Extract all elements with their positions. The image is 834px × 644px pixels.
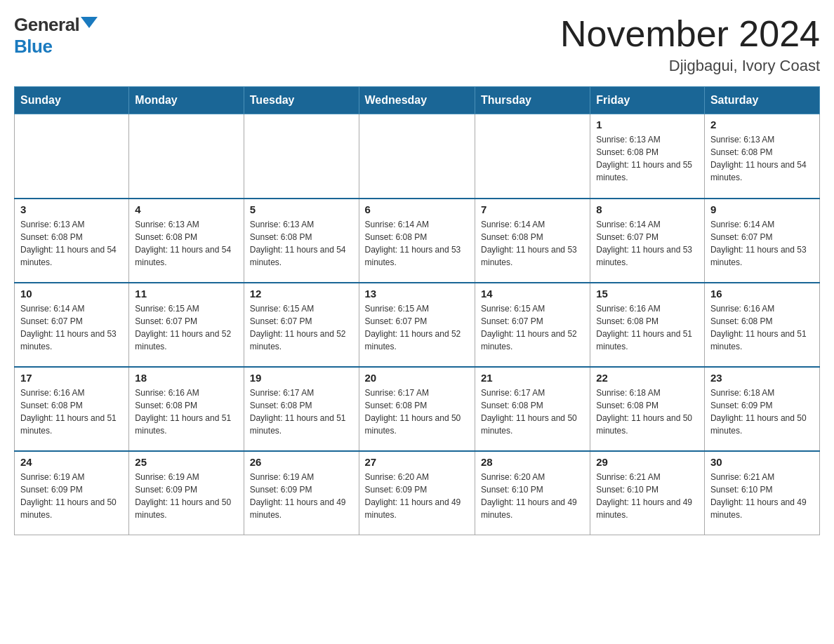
day-number: 27: [365, 456, 469, 468]
day-number: 28: [481, 456, 584, 468]
day-number: 23: [710, 372, 814, 384]
calendar-cell: 22Sunrise: 6:18 AMSunset: 6:08 PMDayligh…: [590, 367, 705, 451]
calendar-week-row: 17Sunrise: 6:16 AMSunset: 6:08 PMDayligh…: [15, 367, 820, 451]
day-info: Sunrise: 6:21 AMSunset: 6:10 PMDaylight:…: [596, 471, 699, 521]
day-number: 2: [710, 119, 814, 130]
calendar-week-row: 24Sunrise: 6:19 AMSunset: 6:09 PMDayligh…: [15, 451, 820, 535]
day-number: 1: [596, 119, 699, 130]
day-number: 4: [135, 203, 237, 215]
day-number: 24: [20, 456, 123, 468]
calendar-cell: 30Sunrise: 6:21 AMSunset: 6:10 PMDayligh…: [704, 451, 819, 535]
day-info: Sunrise: 6:14 AMSunset: 6:07 PMDaylight:…: [710, 218, 814, 269]
day-info: Sunrise: 6:15 AMSunset: 6:07 PMDaylight:…: [365, 302, 469, 353]
calendar-cell: 3Sunrise: 6:13 AMSunset: 6:08 PMDaylight…: [15, 199, 129, 283]
day-number: 22: [596, 372, 699, 384]
day-number: 30: [710, 456, 814, 468]
calendar-cell: 20Sunrise: 6:17 AMSunset: 6:08 PMDayligh…: [359, 367, 475, 451]
day-info: Sunrise: 6:17 AMSunset: 6:08 PMDaylight:…: [481, 387, 584, 437]
calendar-cell: 12Sunrise: 6:15 AMSunset: 6:07 PMDayligh…: [244, 283, 359, 367]
weekday-header-wednesday: Wednesday: [359, 87, 475, 114]
day-number: 9: [710, 203, 814, 215]
month-title: November 2024: [560, 14, 820, 54]
calendar-cell: 15Sunrise: 6:16 AMSunset: 6:08 PMDayligh…: [590, 283, 705, 367]
weekday-header-tuesday: Tuesday: [244, 87, 359, 114]
calendar-cell: 16Sunrise: 6:16 AMSunset: 6:08 PMDayligh…: [704, 283, 819, 367]
calendar-week-row: 1Sunrise: 6:13 AMSunset: 6:08 PMDaylight…: [15, 114, 820, 199]
logo-triangle-icon: [81, 17, 98, 28]
calendar-cell: 14Sunrise: 6:15 AMSunset: 6:07 PMDayligh…: [475, 283, 590, 367]
day-info: Sunrise: 6:14 AMSunset: 6:07 PMDaylight:…: [20, 302, 123, 353]
calendar-cell: 2Sunrise: 6:13 AMSunset: 6:08 PMDaylight…: [704, 114, 819, 199]
day-number: 16: [710, 288, 814, 300]
day-info: Sunrise: 6:15 AMSunset: 6:07 PMDaylight:…: [250, 302, 353, 353]
calendar-cell: 17Sunrise: 6:16 AMSunset: 6:08 PMDayligh…: [15, 367, 129, 451]
calendar-week-row: 10Sunrise: 6:14 AMSunset: 6:07 PMDayligh…: [15, 283, 820, 367]
day-info: Sunrise: 6:17 AMSunset: 6:08 PMDaylight:…: [250, 387, 353, 437]
day-number: 26: [250, 456, 353, 468]
calendar-cell: 6Sunrise: 6:14 AMSunset: 6:08 PMDaylight…: [359, 199, 475, 283]
day-number: 14: [481, 288, 584, 300]
day-number: 3: [20, 203, 123, 215]
day-info: Sunrise: 6:14 AMSunset: 6:08 PMDaylight:…: [481, 218, 584, 269]
day-number: 29: [596, 456, 699, 468]
day-info: Sunrise: 6:16 AMSunset: 6:08 PMDaylight:…: [135, 387, 237, 437]
calendar-cell: [359, 114, 475, 199]
calendar-cell: [129, 114, 244, 199]
day-info: Sunrise: 6:18 AMSunset: 6:09 PMDaylight:…: [710, 387, 814, 437]
day-number: 12: [250, 288, 353, 300]
day-info: Sunrise: 6:19 AMSunset: 6:09 PMDaylight:…: [135, 471, 237, 521]
day-number: 25: [135, 456, 237, 468]
day-info: Sunrise: 6:19 AMSunset: 6:09 PMDaylight:…: [20, 471, 123, 521]
day-info: Sunrise: 6:13 AMSunset: 6:08 PMDaylight:…: [135, 218, 237, 269]
day-info: Sunrise: 6:20 AMSunset: 6:09 PMDaylight:…: [365, 471, 469, 521]
day-info: Sunrise: 6:16 AMSunset: 6:08 PMDaylight:…: [596, 302, 699, 353]
day-number: 21: [481, 372, 584, 384]
calendar-cell: 27Sunrise: 6:20 AMSunset: 6:09 PMDayligh…: [359, 451, 475, 535]
calendar-cell: 9Sunrise: 6:14 AMSunset: 6:07 PMDaylight…: [704, 199, 819, 283]
weekday-header-monday: Monday: [129, 87, 244, 114]
calendar-cell: 5Sunrise: 6:13 AMSunset: 6:08 PMDaylight…: [244, 199, 359, 283]
day-number: 6: [365, 203, 469, 215]
logo: General Blue: [14, 14, 98, 58]
day-info: Sunrise: 6:15 AMSunset: 6:07 PMDaylight:…: [481, 302, 584, 353]
page-header: General Blue November 2024 Djigbagui, Iv…: [14, 14, 820, 75]
weekday-header-thursday: Thursday: [475, 87, 590, 114]
day-info: Sunrise: 6:13 AMSunset: 6:08 PMDaylight:…: [596, 133, 699, 184]
calendar-cell: 7Sunrise: 6:14 AMSunset: 6:08 PMDaylight…: [475, 199, 590, 283]
day-number: 7: [481, 203, 584, 215]
calendar-cell: 21Sunrise: 6:17 AMSunset: 6:08 PMDayligh…: [475, 367, 590, 451]
day-info: Sunrise: 6:16 AMSunset: 6:08 PMDaylight:…: [20, 387, 123, 437]
day-info: Sunrise: 6:21 AMSunset: 6:10 PMDaylight:…: [710, 471, 814, 521]
day-info: Sunrise: 6:15 AMSunset: 6:07 PMDaylight:…: [135, 302, 237, 353]
calendar-cell: 4Sunrise: 6:13 AMSunset: 6:08 PMDaylight…: [129, 199, 244, 283]
calendar-cell: [244, 114, 359, 199]
calendar-cell: 13Sunrise: 6:15 AMSunset: 6:07 PMDayligh…: [359, 283, 475, 367]
weekday-header-sunday: Sunday: [15, 87, 129, 114]
day-info: Sunrise: 6:13 AMSunset: 6:08 PMDaylight:…: [20, 218, 123, 269]
calendar-table: SundayMondayTuesdayWednesdayThursdayFrid…: [14, 86, 820, 535]
day-number: 19: [250, 372, 353, 384]
weekday-header-friday: Friday: [590, 87, 705, 114]
day-number: 13: [365, 288, 469, 300]
day-info: Sunrise: 6:19 AMSunset: 6:09 PMDaylight:…: [250, 471, 353, 521]
day-number: 17: [20, 372, 123, 384]
calendar-cell: [15, 114, 129, 199]
calendar-cell: 11Sunrise: 6:15 AMSunset: 6:07 PMDayligh…: [129, 283, 244, 367]
calendar-cell: 28Sunrise: 6:20 AMSunset: 6:10 PMDayligh…: [475, 451, 590, 535]
day-info: Sunrise: 6:14 AMSunset: 6:08 PMDaylight:…: [365, 218, 469, 269]
calendar-cell: 26Sunrise: 6:19 AMSunset: 6:09 PMDayligh…: [244, 451, 359, 535]
calendar-cell: 19Sunrise: 6:17 AMSunset: 6:08 PMDayligh…: [244, 367, 359, 451]
day-number: 8: [596, 203, 699, 215]
day-number: 15: [596, 288, 699, 300]
day-number: 11: [135, 288, 237, 300]
weekday-header-saturday: Saturday: [704, 87, 819, 114]
day-info: Sunrise: 6:16 AMSunset: 6:08 PMDaylight:…: [710, 302, 814, 353]
calendar-cell: 18Sunrise: 6:16 AMSunset: 6:08 PMDayligh…: [129, 367, 244, 451]
location: Djigbagui, Ivory Coast: [560, 57, 820, 75]
calendar-week-row: 3Sunrise: 6:13 AMSunset: 6:08 PMDaylight…: [15, 199, 820, 283]
day-info: Sunrise: 6:17 AMSunset: 6:08 PMDaylight:…: [365, 387, 469, 437]
day-info: Sunrise: 6:18 AMSunset: 6:08 PMDaylight:…: [596, 387, 699, 437]
day-number: 20: [365, 372, 469, 384]
calendar-cell: [475, 114, 590, 199]
logo-general-text: General: [14, 14, 79, 36]
